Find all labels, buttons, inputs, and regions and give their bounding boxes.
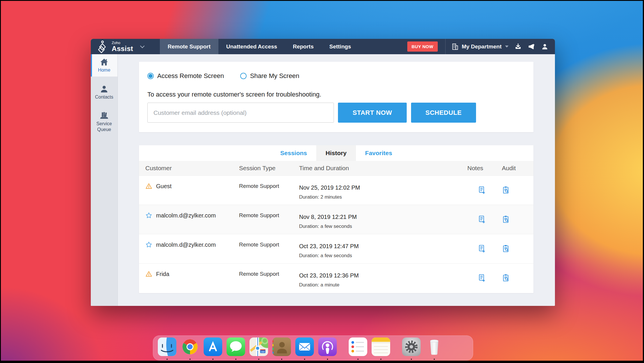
top-navbar: Zoho Assist Remote Support Unattended Ac… <box>91 39 555 54</box>
warning-icon <box>145 271 152 277</box>
brand-text: Zoho Assist <box>112 41 133 52</box>
sidebar-item-label: Contacts <box>95 95 113 99</box>
session-time: Oct 23, 2019 12:36 PM <box>299 272 467 279</box>
radio-access-remote-screen[interactable]: Access Remote Screen <box>147 72 224 80</box>
schedule-button[interactable]: SCHEDULE <box>411 103 476 123</box>
svg-text:280: 280 <box>261 351 265 353</box>
desktop-wallpaper: Zoho Assist Remote Support Unattended Ac… <box>1 1 643 361</box>
dock-mail-icon[interactable] <box>295 337 314 357</box>
nav-tabs: Remote Support Unattended Access Reports… <box>160 39 359 54</box>
sidebar-item-label: Home <box>98 68 111 72</box>
dock-app-store-icon[interactable] <box>204 337 222 357</box>
add-note-icon[interactable] <box>478 244 486 253</box>
announcement-icon[interactable] <box>528 43 535 50</box>
session-type: Remote Support <box>239 234 299 263</box>
customer-name: Guest <box>156 183 171 205</box>
table-row: Frida Remote Support Oct 23, 2019 12:36 … <box>139 263 533 293</box>
radio-unselected-icon <box>240 73 247 79</box>
sidebar: Home Contacts Service Qu <box>91 54 118 306</box>
department-label: My Department <box>462 43 502 50</box>
table-row: Guest Remote Support Nov 25, 2019 12:02 … <box>139 175 533 205</box>
session-type: Remote Support <box>239 176 299 205</box>
table-header: Customer Session Type Time and Duration … <box>139 161 533 175</box>
chevron-down-icon[interactable] <box>140 44 145 48</box>
brand-zoho: Zoho <box>112 41 133 45</box>
favorite-star-icon[interactable] <box>145 241 152 248</box>
radio-label: Access Remote Screen <box>157 72 224 80</box>
contacts-icon <box>100 85 108 93</box>
add-note-icon[interactable] <box>478 274 486 282</box>
brand-menu[interactable]: Zoho Assist <box>91 39 160 54</box>
radio-share-my-screen[interactable]: Share My Screen <box>240 72 299 80</box>
nav-tab-settings[interactable]: Settings <box>321 39 359 54</box>
col-time-duration: Time and Duration <box>299 165 467 172</box>
sidebar-item-home[interactable]: Home <box>91 54 117 77</box>
nav-icon-cluster: My Department <box>445 39 555 54</box>
audit-icon[interactable] <box>502 186 510 195</box>
col-notes: Notes <box>467 165 502 172</box>
building-icon <box>451 43 459 50</box>
session-mode-radios: Access Remote Screen Share My Screen <box>147 72 299 80</box>
sessions-history-panel: Sessions History Favorites Customer Sess… <box>139 145 533 293</box>
radio-label: Share My Screen <box>250 72 299 80</box>
session-subtitle: To access your remote customer's screen … <box>147 91 321 98</box>
department-selector[interactable]: My Department <box>451 43 509 50</box>
session-duration: Duration: a few seconds <box>299 253 467 259</box>
col-customer: Customer <box>145 165 239 172</box>
dock-podcasts-icon[interactable] <box>318 337 337 357</box>
dock-trash-icon[interactable] <box>425 337 444 357</box>
audit-icon[interactable] <box>502 274 510 282</box>
col-session-type: Session Type <box>239 165 299 172</box>
user-icon[interactable] <box>541 43 549 50</box>
dock-messages-icon[interactable] <box>227 337 245 357</box>
customer-name: malcolm.d@zylker.com <box>156 242 216 263</box>
add-note-icon[interactable] <box>478 186 486 195</box>
caret-down-icon <box>505 46 509 48</box>
dock-reminders-icon[interactable] <box>349 337 367 357</box>
table-row: malcolm.d@zylker.com Remote Support Nov … <box>139 205 533 234</box>
customer-name: malcolm.d@zylker.com <box>156 212 216 234</box>
session-duration: Duration: a few seconds <box>299 224 467 229</box>
col-audit: Audit <box>502 165 533 172</box>
download-icon[interactable] <box>514 43 522 50</box>
table-row: malcolm.d@zylker.com Remote Support Oct … <box>139 234 533 263</box>
dock-chrome-icon[interactable] <box>181 337 199 357</box>
nav-tab-remote-support[interactable]: Remote Support <box>160 39 218 54</box>
dock-system-preferences-icon[interactable] <box>402 337 421 357</box>
tab-favorites[interactable]: Favorites <box>356 145 401 161</box>
session-time: Nov 8, 2019 12:21 PM <box>299 214 467 220</box>
session-time: Oct 23, 2019 12:47 PM <box>299 243 467 250</box>
macos-dock: 280 <box>153 335 473 360</box>
home-icon <box>100 58 108 66</box>
session-type: Remote Support <box>239 264 299 293</box>
warning-icon <box>145 183 152 190</box>
customer-email-input[interactable] <box>147 103 334 123</box>
buy-now-button[interactable]: BUY NOW <box>407 41 438 52</box>
tab-sessions[interactable]: Sessions <box>271 145 316 161</box>
brand-assist: Assist <box>112 45 133 52</box>
zoho-assist-logo-icon <box>98 40 109 53</box>
start-session-panel: Access Remote Screen Share My Screen To … <box>139 62 533 132</box>
dock-notes-icon[interactable] <box>372 337 390 357</box>
session-type: Remote Support <box>239 205 299 234</box>
favorite-star-icon[interactable] <box>145 212 152 219</box>
tab-history[interactable]: History <box>316 145 356 161</box>
sidebar-item-service-queue[interactable]: Service Queue <box>91 108 117 136</box>
sidebar-item-contacts[interactable]: Contacts <box>91 81 117 104</box>
nav-tab-reports[interactable]: Reports <box>285 39 321 54</box>
start-now-button[interactable]: START NOW <box>338 103 407 123</box>
nav-tab-unattended-access[interactable]: Unattended Access <box>218 39 285 54</box>
sidebar-item-label: Service Queue <box>94 121 115 133</box>
customer-name: Frida <box>156 271 169 293</box>
dock-finder-icon[interactable] <box>158 337 176 357</box>
audit-icon[interactable] <box>502 244 510 253</box>
add-note-icon[interactable] <box>478 215 486 224</box>
session-time: Nov 25, 2019 12:02 PM <box>299 184 467 191</box>
service-queue-icon <box>100 112 108 119</box>
zoho-assist-window: Zoho Assist Remote Support Unattended Ac… <box>91 39 555 306</box>
dock-maps-icon[interactable]: 280 <box>249 337 268 357</box>
dock-contacts-icon[interactable] <box>272 337 291 357</box>
session-duration: Duration: a minute <box>299 282 467 288</box>
nav-right: BUY NOW My Department <box>407 39 555 54</box>
audit-icon[interactable] <box>502 215 510 224</box>
